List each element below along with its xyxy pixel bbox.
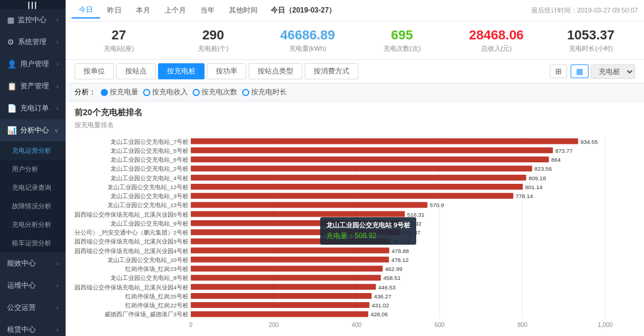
svg-rect-64	[191, 293, 371, 299]
sidebar-item-monitor[interactable]: ▦ 监控中心 ›	[0, 9, 66, 31]
svg-text:龙山工业园公交充电站_8号桩: 龙山工业园公交充电站_8号桩	[110, 275, 188, 281]
filter-tab-power[interactable]: 按功率	[207, 63, 246, 79]
chevron-analysis: ∨	[54, 127, 58, 134]
stat-count: 695 充电次数(次)	[358, 27, 446, 53]
svg-text:864: 864	[551, 156, 561, 163]
svg-text:北溪兴业园西端公交停保场充电站_北溪兴业园4号桩: 北溪兴业园西端公交停保场充电站_北溪兴业园4号桩	[75, 248, 188, 254]
nav-tab-month[interactable]: 本月	[129, 3, 157, 18]
nav-tab-custom[interactable]: 其他时间	[222, 3, 265, 18]
sidebar: ||| ▦ 监控中心 › ⚙ 系统管理 › 👤 用户管理 › 📋 资产管理 › …	[0, 0, 66, 336]
stat-label-count: 充电次数(次)	[358, 44, 446, 53]
svg-text:红岗停保场_红岗23号桩: 红岗停保场_红岗23号桩	[125, 266, 188, 272]
stat-value-energy: 46686.89	[264, 27, 352, 43]
svg-text:400: 400	[352, 322, 362, 328]
monitor-icon: ▦	[7, 16, 14, 24]
radio-revenue[interactable]: 按充电收入	[143, 87, 188, 97]
sidebar-label-energy: 能效中心	[7, 258, 57, 269]
sidebar-label-asset: 资产管理	[20, 81, 57, 91]
svg-rect-55	[191, 266, 383, 272]
svg-text:462.99: 462.99	[385, 266, 402, 272]
svg-text:516.31: 516.31	[407, 211, 425, 218]
chart-type-select[interactable]: 充电桩	[591, 64, 635, 79]
svg-text:龙山工业园公交充电站_5号桩: 龙山工业园公交充电站_5号桩	[110, 147, 188, 154]
svg-rect-43	[191, 229, 401, 235]
svg-rect-46	[191, 238, 391, 244]
stat-label-revenue: 总收入(元)	[452, 44, 540, 53]
chart-area: 前20个充电桩排名 按充电量排名 02004006008001,000龙山工业园…	[66, 101, 644, 336]
stat-label-stations: 充电站(座)	[75, 44, 163, 53]
view-btn-bar[interactable]: ▦	[571, 64, 589, 78]
sub-label-charge-ops: 充电运营分析	[12, 146, 51, 155]
radio-count[interactable]: 按充电次数	[193, 87, 237, 97]
sidebar-item-asset[interactable]: 📋 资产管理 ›	[0, 75, 66, 97]
svg-text:龙山工业园公交充电站_13号桩: 龙山工业园公交充电站_13号桩	[107, 202, 188, 208]
filter-tab-payment[interactable]: 按消费方式	[305, 63, 358, 79]
svg-rect-25	[191, 175, 526, 181]
svg-text:威德西厂停保场_威德港厂3号桩: 威德西厂停保场_威德港厂3号桩	[104, 311, 188, 317]
stat-stations: 27 充电站(座)	[75, 27, 163, 53]
svg-text:478.12: 478.12	[391, 257, 408, 263]
sub-label-fault: 故障情况分析	[12, 202, 51, 211]
analysis-icon: 📊	[7, 126, 17, 135]
chevron-system: ›	[57, 39, 58, 45]
radio-energy[interactable]: 按充电量	[101, 87, 138, 97]
nav-tab-lastmonth[interactable]: 上个月	[157, 3, 193, 18]
main-content: 今日 昨日 本月 上个月 当年 其他时间 今日（2019-03-27） 最后统计…	[66, 0, 644, 336]
radio-duration[interactable]: 按充电时长	[242, 87, 287, 97]
sidebar-item-rental[interactable]: 租赁中心 ›	[0, 319, 66, 336]
radio-dot-count	[193, 89, 200, 96]
sub-label-fleet: 租车运营分析	[12, 239, 51, 248]
sidebar-label-order: 充电订单	[20, 103, 57, 113]
sidebar-item-bus[interactable]: 公交运营 ›	[0, 297, 66, 319]
sidebar-label-monitor: 监控中心	[18, 15, 57, 25]
svg-text:红岗停保场_红岗25号桩: 红岗停保场_红岗25号桩	[125, 293, 188, 300]
sidebar-sub-charge-ops[interactable]: 充电运营分析	[0, 141, 66, 160]
sub-filter-label: 分析：	[75, 87, 96, 97]
svg-rect-16	[191, 147, 553, 153]
sidebar-label-rental: 租赁中心	[7, 325, 57, 335]
svg-text:873.77: 873.77	[555, 147, 572, 154]
svg-text:478.88: 478.88	[392, 248, 409, 254]
svg-text:431.02: 431.02	[372, 302, 389, 309]
nav-tab-year[interactable]: 当年	[193, 3, 222, 18]
filter-tab-station[interactable]: 按站点	[116, 63, 156, 79]
sidebar-sub-fault[interactable]: 故障情况分析	[0, 197, 66, 215]
stat-revenue: 28468.06 总收入(元)	[452, 27, 540, 53]
sidebar-sub-fleet[interactable]: 租车运营分析	[0, 234, 66, 252]
sidebar-item-energy[interactable]: 能效中心 ›	[0, 252, 66, 275]
nav-tab-today[interactable]: 今日	[72, 2, 100, 19]
svg-rect-52	[191, 257, 389, 263]
svg-rect-70	[191, 311, 368, 317]
sub-label-user-analysis: 用户分析	[12, 165, 38, 174]
view-btn-grid[interactable]: ⊞	[550, 64, 567, 78]
chart-title: 前20个充电桩排名	[75, 107, 635, 118]
user-icon: 👤	[7, 60, 17, 69]
sidebar-sub-charge-split[interactable]: 充电分析分析	[0, 215, 66, 234]
svg-rect-31	[191, 193, 513, 199]
sidebar-item-order[interactable]: 📄 充电订单 ›	[0, 97, 66, 119]
stat-value-duration: 1053.37	[547, 27, 635, 43]
filter-tab-type[interactable]: 按站点类型	[249, 63, 302, 79]
nav-tab-yesterday[interactable]: 昨日	[100, 3, 129, 18]
chevron-monitor: ›	[57, 17, 58, 23]
svg-rect-49	[191, 248, 389, 254]
order-icon: 📄	[7, 104, 17, 113]
sidebar-item-system[interactable]: ⚙ 系统管理 ›	[0, 31, 66, 53]
filter-tab-pile[interactable]: 按充电桩	[158, 63, 205, 79]
last-update: 最后统计时间：2019-03-27 09:50:07	[531, 6, 638, 15]
sidebar-item-ops[interactable]: 运维中心 ›	[0, 275, 66, 297]
sub-label-charge-split: 充电分析分析	[12, 220, 51, 229]
svg-text:934.55: 934.55	[581, 138, 598, 145]
sidebar-item-analysis[interactable]: 📊 分析中心 ∨	[0, 119, 66, 141]
svg-text:436.27: 436.27	[374, 293, 391, 300]
sub-label-charge-record: 充电记录查询	[12, 183, 51, 192]
sidebar-sub-charge-record[interactable]: 充电记录查询	[0, 178, 66, 197]
sidebar-item-user[interactable]: 👤 用户管理 ›	[0, 53, 66, 75]
svg-text:龙山工业园公交充电站_4号桩: 龙山工业园公交充电站_4号桩	[110, 175, 188, 181]
svg-text:428.05: 428.05	[370, 311, 388, 317]
filter-tab-unit[interactable]: 按单位	[75, 63, 114, 79]
stat-duration: 1053.37 充电时长(小时)	[547, 27, 635, 53]
svg-text:北溪兴业园西端公交停保场充电站_北溪兴业园5号桩: 北溪兴业园西端公交停保场充电站_北溪兴业园5号桩	[75, 211, 188, 218]
svg-text:800: 800	[518, 322, 528, 328]
sidebar-sub-user-analysis[interactable]: 用户分析	[0, 160, 66, 178]
